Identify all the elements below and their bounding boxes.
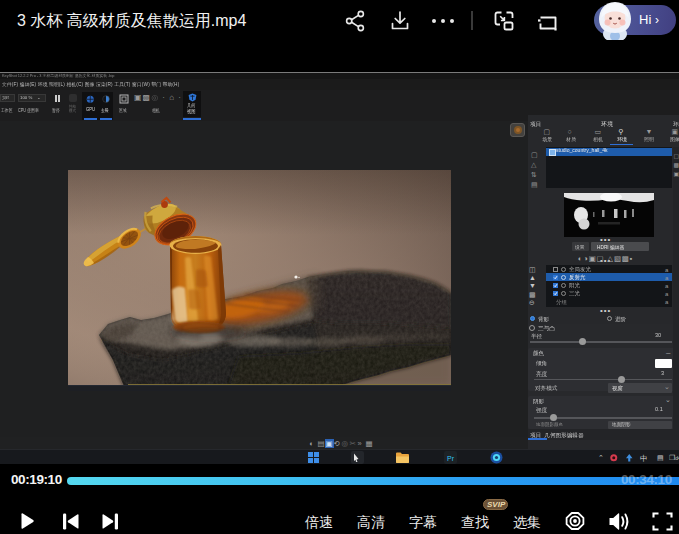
svg-text:Pr: Pr bbox=[447, 455, 455, 462]
